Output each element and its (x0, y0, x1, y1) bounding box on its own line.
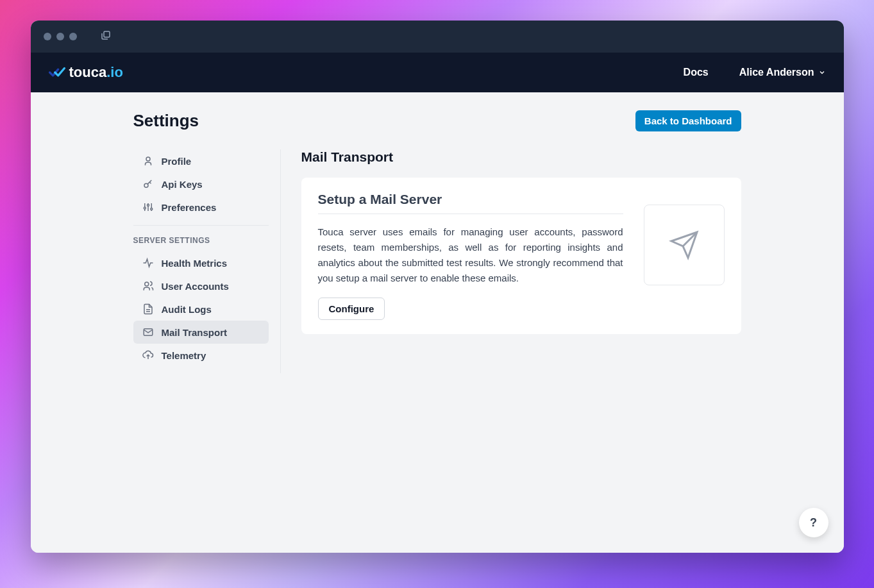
mail-icon (142, 326, 154, 338)
mail-server-card: Setup a Mail Server Touca server uses em… (301, 178, 741, 334)
sidebar-item-label: Health Metrics (162, 258, 228, 269)
user-menu[interactable]: Alice Anderson (739, 67, 826, 78)
brand-name: touca.io (69, 64, 123, 81)
sidebar-item-label: User Accounts (162, 281, 229, 292)
sidebar-item-label: Telemetry (162, 350, 206, 361)
main-panel: Mail Transport Setup a Mail Server Touca… (281, 149, 741, 373)
chevron-down-icon (818, 69, 826, 76)
settings-sidebar: Profile Api Keys Preferences (133, 149, 281, 373)
card-description: Touca server uses emails for managing us… (318, 224, 623, 286)
sidebar-item-api-keys[interactable]: Api Keys (133, 172, 269, 196)
svg-point-7 (147, 205, 149, 206)
activity-icon (142, 257, 154, 269)
svg-point-9 (144, 282, 148, 286)
svg-point-6 (144, 207, 146, 209)
docs-link[interactable]: Docs (684, 67, 709, 78)
app-header: touca.io Docs Alice Anderson (31, 53, 844, 92)
page-header: Settings Back to Dashboard (133, 110, 741, 131)
card-title: Setup a Mail Server (318, 192, 623, 214)
sidebar-item-audit-logs[interactable]: Audit Logs (133, 298, 269, 321)
svg-point-8 (150, 208, 152, 210)
page-title: Settings (133, 111, 199, 131)
sidebar-divider (133, 225, 269, 226)
maximize-window-button[interactable] (69, 33, 77, 40)
sidebar-item-telemetry[interactable]: Telemetry (133, 344, 269, 367)
cloud-upload-icon (142, 349, 154, 361)
card-illustration (644, 205, 725, 285)
sidebar-item-label: Mail Transport (162, 327, 228, 338)
header-nav: Docs Alice Anderson (684, 67, 826, 78)
content-area: Settings Back to Dashboard Profile Api K… (31, 92, 844, 553)
back-to-dashboard-button[interactable]: Back to Dashboard (635, 110, 741, 131)
key-icon (142, 178, 154, 190)
sidebar-section-heading: SERVER SETTINGS (133, 233, 269, 251)
app-window: touca.io Docs Alice Anderson Settings Ba… (31, 21, 844, 553)
window-titlebar (31, 21, 844, 53)
sidebar-item-label: Preferences (162, 202, 217, 213)
user-name: Alice Anderson (739, 67, 814, 78)
configure-button[interactable]: Configure (318, 298, 385, 320)
send-icon (669, 230, 700, 260)
section-title: Mail Transport (301, 149, 741, 165)
user-icon (142, 155, 154, 167)
window-stack-icon[interactable] (100, 29, 112, 44)
sidebar-item-label: Api Keys (162, 179, 203, 190)
logo-mark-icon (49, 67, 65, 78)
close-window-button[interactable] (44, 33, 51, 40)
sidebar-item-user-accounts[interactable]: User Accounts (133, 274, 269, 298)
users-icon (142, 280, 154, 292)
sidebar-item-profile[interactable]: Profile (133, 149, 269, 172)
minimize-window-button[interactable] (56, 33, 64, 40)
svg-rect-0 (104, 31, 110, 37)
traffic-lights (44, 33, 77, 40)
brand-logo[interactable]: touca.io (49, 64, 123, 81)
help-button[interactable]: ? (799, 508, 828, 537)
sidebar-item-label: Audit Logs (162, 304, 212, 315)
file-icon (142, 303, 154, 315)
sidebar-item-mail-transport[interactable]: Mail Transport (133, 321, 269, 344)
svg-point-1 (146, 157, 150, 161)
sidebar-item-preferences[interactable]: Preferences (133, 196, 269, 219)
sidebar-item-health-metrics[interactable]: Health Metrics (133, 251, 269, 274)
sidebar-item-label: Profile (162, 156, 192, 167)
sliders-icon (142, 201, 154, 213)
